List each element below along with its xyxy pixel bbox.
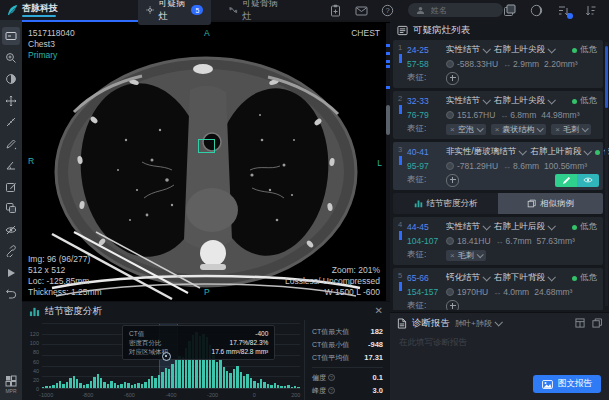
divider [312, 367, 383, 368]
lesion-entry[interactable]: 444-45实性结节右肺上叶后段低危104-10718.41HU6.7mm57.… [393, 217, 603, 265]
nodule-type-dropdown[interactable]: 实性结节 [446, 44, 489, 56]
orientation-bottom: P [204, 287, 210, 298]
slice-range[interactable]: 44-45 [407, 222, 441, 232]
tab-suspicious-lesion[interactable]: 可疑病灶 5 [138, 0, 211, 25]
theme-icon[interactable] [530, 4, 543, 17]
image-report-label: 图文报告 [558, 378, 592, 390]
entry-index: 4 [393, 220, 407, 229]
sign-chip[interactable]: ×毛刺 [446, 250, 486, 261]
entry-row-3: 表征: [407, 71, 599, 85]
ruler-tool[interactable] [2, 113, 20, 131]
add-sign-button[interactable] [446, 174, 459, 187]
slice-range-2: 95-97 [407, 161, 441, 171]
plot-area[interactable]: CT值-400 密度百分比17.7%/82.3% 对应区域体积17.6 mm³/… [42, 324, 300, 389]
link-series-tool[interactable] [2, 242, 20, 260]
patient-search[interactable] [408, 3, 503, 17]
mail-icon[interactable] [355, 4, 368, 17]
sort-icon[interactable] [557, 4, 570, 17]
histogram-bar [134, 384, 136, 388]
histogram-bar [226, 371, 228, 388]
sign-chip[interactable]: ×囊状结构 [491, 124, 547, 135]
histogram-bar [229, 373, 231, 388]
lesion-roi-box[interactable] [198, 139, 215, 153]
location-dropdown[interactable]: 右肺上叶前段 [530, 146, 590, 158]
slice-range[interactable]: 40-41 [407, 147, 441, 157]
slice-range[interactable]: 24-25 [407, 45, 441, 55]
tooltip-label: CT值 [129, 329, 144, 338]
risk-dot [572, 99, 577, 104]
lesion-entry[interactable]: 124-25实性结节右肺上叶尖段低危57-58-588.33HU2.9mm2.2… [393, 40, 603, 88]
histogram-bar [182, 357, 184, 388]
density-chart[interactable]: 020406080100120 CT值-400 密度百分比17.7%/82.3%… [26, 322, 304, 400]
lesion-entry[interactable]: 565-66钙化结节右肺下叶背段低危154-1571970HU4.0mm24.6… [393, 268, 603, 310]
lesion-entry[interactable]: 340-41非实性/磨玻璃结节右肺上叶前段低危95-97-781.29HU8.6… [393, 142, 603, 190]
report-mode-dropdown[interactable]: 肺叶+肺段 [455, 318, 501, 329]
ct-viewport[interactable]: 1517118040 Chest3 Primary CHEST A R L P … [22, 20, 390, 301]
hu-value: 151.67HU [446, 110, 495, 120]
angle-tool[interactable] [2, 156, 20, 174]
entry-index: 1 [393, 43, 407, 52]
report-table-icon[interactable] [575, 318, 585, 328]
entry-content: 24-25实性结节右肺上叶尖段低危57-58-588.33HU2.9mm2.20… [407, 43, 599, 85]
annotate-pen-tool[interactable] [2, 135, 20, 153]
entry-gutter: 2 [393, 94, 407, 136]
entry-marker [399, 156, 402, 165]
entry-row-1: 40-41非实性/磨玻璃结节右肺上叶前段低危 [407, 145, 599, 159]
location-dropdown[interactable]: 右肺上叶后段 [494, 221, 554, 233]
layers-icon[interactable] [503, 4, 516, 17]
location-dropdown[interactable]: 右肺上叶尖段 [494, 44, 554, 56]
report-copy-icon[interactable] [592, 318, 602, 328]
tab-suspicious-bone-lesion[interactable]: 可疑骨病灶 [221, 0, 288, 25]
nodule-type-dropdown[interactable]: 非实性/磨玻璃结节 [446, 146, 525, 158]
close-icon[interactable]: ✕ [375, 306, 383, 316]
add-sign-button[interactable] [446, 300, 459, 311]
cine-play-tool[interactable] [2, 264, 20, 282]
nodule-type-dropdown[interactable]: 实性结节 [446, 95, 489, 107]
image-report-button[interactable]: 图文报告 [533, 375, 601, 393]
tab-density-analysis[interactable]: 结节密度分析 [393, 193, 498, 214]
tab-similar-cases[interactable]: 相似病例 [498, 193, 603, 214]
hu-value: -781.29HU [446, 161, 498, 171]
tab-label: 可疑病灶 [158, 0, 187, 23]
hide-annotations-tool[interactable] [2, 221, 20, 239]
filter-sort-icon[interactable] [584, 4, 597, 17]
pan-tool[interactable] [2, 92, 20, 110]
undo-tool[interactable] [2, 285, 20, 303]
contrast-tool[interactable] [2, 70, 20, 88]
help-icon[interactable]: ? [328, 387, 335, 394]
histogram-bar [270, 385, 272, 388]
chevron-down-icon [476, 251, 483, 258]
location-dropdown[interactable]: 右肺上叶尖段 [494, 95, 554, 107]
nodule-type-dropdown[interactable]: 实性结节 [446, 221, 489, 233]
x-tick-label: -200 [207, 392, 218, 398]
list-scrollbar[interactable] [605, 42, 608, 306]
view-lesion-button[interactable] [577, 174, 599, 187]
lesion-entry[interactable]: 232-33实性结节右肺上叶尖段低危76-79151.67HU6.8mm44.9… [393, 91, 603, 139]
entry-row-3: 表征:×空泡×囊状结构×毛刺 [407, 122, 599, 136]
compare-images-tool[interactable] [2, 199, 20, 217]
histogram-bar [86, 384, 88, 388]
entry-gutter: 1 [393, 43, 407, 85]
add-sign-button[interactable] [446, 72, 459, 85]
mpr-tool[interactable]: MPR [5, 375, 17, 394]
slice-range[interactable]: 65-66 [407, 273, 441, 283]
edit-tool[interactable] [2, 178, 20, 196]
list-scroll-thumb[interactable] [605, 46, 608, 108]
search-input[interactable] [429, 5, 493, 16]
image-index: Img: 96 (96/277) [28, 254, 90, 265]
sign-chip[interactable]: ×毛刺 [551, 124, 591, 135]
edit-lesion-button[interactable] [555, 174, 577, 187]
report-placeholder[interactable]: 在此填写诊断报告 [390, 333, 609, 353]
location-dropdown[interactable]: 右肺下叶背段 [494, 272, 554, 284]
clipboard-icon[interactable] [329, 4, 342, 17]
zoom-tool[interactable] [2, 49, 20, 67]
window-level-tool[interactable] [2, 27, 20, 45]
tooltip-value: 17.7%/82.3% [230, 338, 269, 347]
help-icon[interactable]: ? [381, 4, 394, 17]
sign-chip[interactable]: ×空泡 [446, 124, 486, 135]
help-icon[interactable]: ? [328, 374, 335, 381]
slice-range[interactable]: 32-33 [407, 96, 441, 106]
nodule-type-dropdown[interactable]: 钙化结节 [446, 272, 489, 284]
histogram-bar [216, 362, 218, 388]
histogram-bar [66, 382, 68, 388]
